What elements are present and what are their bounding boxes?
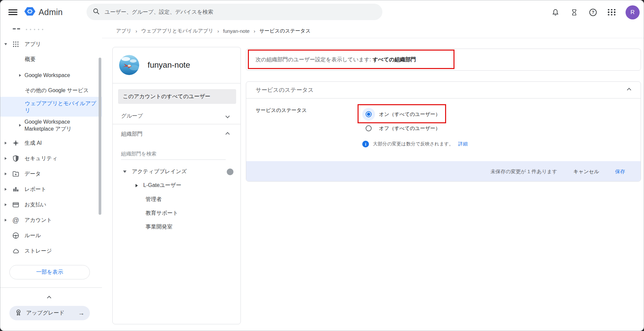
org-tree-item[interactable]: L-Gateユーザー — [113, 179, 240, 192]
breadcrumb-separator: › — [136, 28, 137, 34]
global-search[interactable] — [87, 4, 382, 20]
sidebar-item-marketplace-apps[interactable]: Google Workspace Marketplace アプリ — [0, 118, 102, 133]
sidebar-item-google-workspace[interactable]: Google Workspace — [0, 68, 102, 83]
sidebar-item-label: 概要 — [25, 56, 36, 63]
info-note: i 大部分の変更は数分で反映されます。 詳細 — [362, 141, 468, 147]
show-less-button[interactable]: 一部を表示 — [9, 265, 90, 279]
sidebar-item-reports[interactable]: レポート — [0, 182, 102, 197]
sidebar-item-label: お支払い — [24, 201, 46, 208]
save-button[interactable]: 保存 — [615, 169, 625, 175]
app-logo-image — [119, 55, 139, 75]
folder-star-icon — [12, 170, 20, 178]
notifications-bell-icon[interactable] — [550, 7, 560, 17]
org-unit-search-input[interactable] — [121, 149, 226, 160]
chevron-up-icon — [225, 132, 230, 136]
org-scope-banner-text: 次の組織部門のユーザー設定を表示しています: — [256, 57, 373, 62]
collapse-sidebar-icon[interactable] — [48, 295, 52, 300]
groups-label: グループ — [121, 113, 143, 120]
info-icon: i — [362, 141, 369, 147]
google-admin-logo[interactable]: Admin — [24, 6, 63, 18]
breadcrumb-app[interactable]: funyan-note — [223, 28, 250, 34]
sidebar-nav: アプリ 概要 Google Workspace その他の Google サービス… — [0, 24, 102, 331]
sidebar-item-web-mobile-apps[interactable]: ウェブアプリとモバイルアプリ — [0, 97, 102, 117]
caret-right-icon — [5, 188, 7, 191]
radio-option-off[interactable]: オフ（すべてのユーザー） — [362, 122, 440, 135]
account-avatar[interactable]: R — [626, 5, 640, 19]
details-link[interactable]: 詳細 — [458, 141, 468, 147]
top-bar: Admin ? — [0, 0, 644, 24]
org-units-label: 組織部門 — [121, 131, 143, 138]
caret-right-icon[interactable] — [136, 184, 138, 187]
org-unit-search[interactable] — [121, 149, 226, 160]
caret-right-icon — [5, 219, 7, 221]
org-tree-item[interactable]: 管理者 — [113, 193, 240, 206]
help-glyph: ? — [592, 10, 594, 15]
caret-right-icon — [5, 173, 7, 175]
sidebar-item-billing[interactable]: お支払い — [0, 197, 102, 212]
app-name-title: funyan-note — [148, 60, 190, 70]
main-menu-icon[interactable] — [8, 9, 17, 15]
org-tree-item[interactable]: 事業開発室 — [113, 220, 240, 234]
radio-unselected-icon[interactable] — [366, 125, 372, 131]
service-status-row-label: サービスのステータス — [256, 107, 307, 114]
breadcrumb-apps[interactable]: アプリ — [116, 28, 131, 34]
sparkle-icon — [12, 139, 20, 147]
divider — [113, 124, 240, 124]
sidebar-item-other-google-services[interactable]: その他の Google サービス — [0, 83, 102, 98]
info-text: 大部分の変更は数分で反映されます。 — [373, 141, 453, 147]
radio-option-on[interactable]: オン（すべてのユーザー） — [362, 108, 440, 121]
apps-grid-icon[interactable] — [607, 7, 617, 17]
sidebar-item-label: アカウント — [24, 217, 52, 224]
at-sign-icon: @ — [12, 216, 20, 224]
org-units-section-toggle[interactable]: 組織部門 — [113, 125, 240, 143]
all-users-label: このアカウントのすべてのユーザー — [123, 93, 210, 100]
upgrade-button[interactable]: アップグレード → — [9, 306, 90, 320]
sidebar-item-apps[interactable]: アプリ — [0, 37, 102, 52]
sidebar-item-storage[interactable]: ストレージ — [0, 243, 102, 259]
sidebar-item-data[interactable]: データ — [0, 166, 102, 182]
org-tree-item[interactable]: 教育サポート — [113, 206, 240, 220]
sidebar-item-account[interactable]: @ アカウント — [0, 212, 102, 228]
avatar-initial: R — [631, 9, 635, 16]
sidebar-item-label: 生成 AI — [24, 140, 42, 147]
cancel-button[interactable]: キャンセル — [573, 169, 599, 175]
caret-right-icon — [19, 124, 21, 127]
collapse-section-icon[interactable] — [627, 88, 631, 92]
sidebar-item-label: その他の Google サービス — [25, 87, 89, 94]
sidebar-item-clipped — [0, 25, 102, 32]
cloud-icon — [12, 247, 20, 255]
apps-dots-icon — [12, 40, 20, 48]
radio-selected-icon[interactable] — [366, 111, 372, 117]
sidebar-item-overview[interactable]: 概要 — [0, 52, 102, 67]
breadcrumb-current: サービスのステータス — [259, 28, 311, 34]
sidebar-item-security[interactable]: セキュリティ — [0, 151, 102, 166]
caret-down-icon[interactable] — [123, 171, 126, 173]
sidebar-item-label: ルール — [24, 232, 41, 239]
org-tree-root[interactable]: アクティブブレインズ — [113, 165, 240, 179]
admin-console-screen: Admin ? — [0, 0, 644, 331]
sidebar-item-label: Google Workspace Marketplace アプリ — [24, 118, 85, 132]
caret-right-icon — [5, 203, 7, 206]
all-users-scope-item[interactable]: このアカウントのすべてのユーザー — [118, 89, 236, 104]
sidebar-item-rules[interactable]: ルール — [0, 228, 102, 243]
radio-on-label: オン（すべてのユーザー） — [379, 111, 440, 118]
org-tree-root-label: アクティブブレインズ — [132, 168, 187, 175]
sidebar-scrollbar[interactable] — [99, 58, 101, 215]
help-icon[interactable]: ? — [588, 7, 598, 17]
search-input[interactable] — [105, 9, 376, 15]
org-scope-banner: 次の組織部門のユーザー設定を表示しています: すべての組織部門 — [246, 49, 641, 71]
caret-right-icon — [5, 157, 7, 160]
sidebar-item-label: データ — [24, 171, 41, 178]
breadcrumb-separator: › — [254, 28, 255, 34]
admin-hexagon-icon — [24, 6, 35, 18]
show-less-label: 一部を表示 — [36, 269, 63, 276]
sidebar-item-label: セキュリティ — [24, 155, 57, 162]
hourglass-icon[interactable] — [569, 7, 579, 17]
groups-section-toggle[interactable]: グループ — [113, 108, 240, 124]
breadcrumb-web-mobile-apps[interactable]: ウェブアプリとモバイルアプリ — [141, 28, 213, 34]
steering-wheel-icon — [12, 231, 20, 240]
award-badge-icon — [15, 309, 22, 318]
topbar-actions: ? R — [550, 0, 640, 24]
org-scope-banner-value: すべての組織部門 — [373, 57, 416, 62]
sidebar-item-gen-ai[interactable]: 生成 AI — [0, 135, 102, 151]
